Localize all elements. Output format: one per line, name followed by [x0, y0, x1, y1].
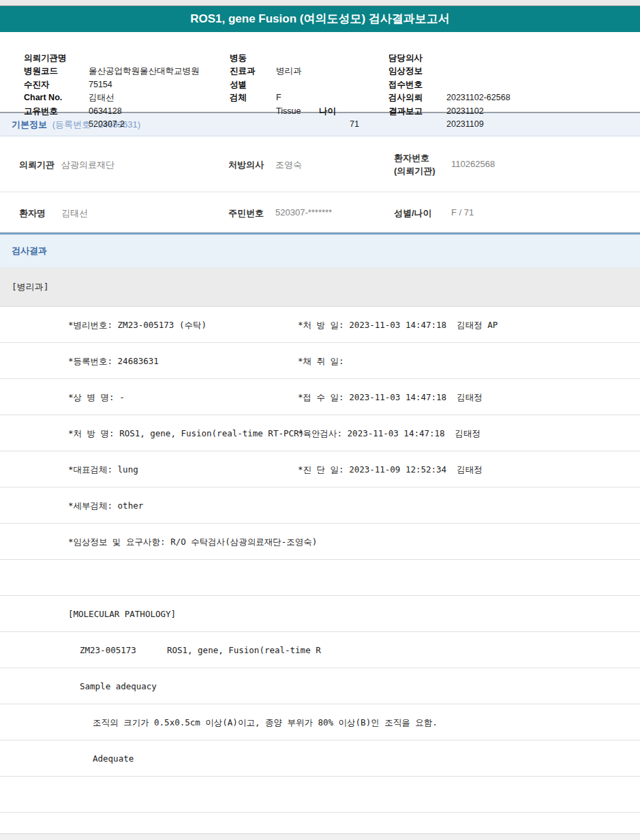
result-row: *세부검체: other — [0, 487, 640, 524]
result-field-left: 조직의 크기가 0.5x0.5cm 이상(A)이고, 종양 부위가 80% 이상… — [93, 704, 438, 740]
field-label: 결과보고 — [388, 105, 423, 119]
field-value: 0634128 — [89, 105, 122, 119]
result-field-left: *대표검체: lung — [68, 451, 138, 487]
field-value: F — [276, 91, 281, 105]
field-label: 처방의사 — [228, 159, 264, 171]
result-field-left: Adequate — [93, 740, 134, 777]
field-value: 김태선 — [61, 207, 88, 220]
header-field: 고유번호 520307-2 — [24, 91, 228, 105]
result-field-right: *채 취 일: — [298, 343, 344, 379]
field-label: 성별/나이 — [394, 207, 432, 220]
result-field-left: *등록번호: 24683631 — [68, 343, 159, 379]
header-field: 결과보고 20231109 — [388, 91, 634, 105]
field-label: 검체 — [230, 91, 247, 105]
result-row-empty — [0, 560, 640, 596]
report-header-info: 의뢰기관명 울산공업학원울산대학교병원 병원코드 75154 수진자 김태선 C… — [0, 32, 640, 112]
result-field-right: *진 단 일: 2023-11-09 12:52:34 김태정 — [298, 451, 483, 487]
field-value: 20231102 — [446, 105, 484, 119]
field-label: 환자번호 — [394, 152, 429, 164]
header-field: Chart No. 0634128 — [24, 78, 228, 92]
result-field-right: *육안검사: 2023-11-03 14:47:18 김태정 — [298, 415, 481, 451]
result-field-left: *병리번호: ZM23-005173 (수탁) — [68, 307, 207, 343]
field-label: 의뢰기관 — [19, 159, 55, 171]
field-value: 71 — [350, 118, 359, 132]
result-field-left: *상 병 명: - — [68, 379, 125, 415]
section-title: 검사결과 — [12, 245, 47, 256]
result-row: [MOLECULAR PATHOLOGY] — [0, 596, 640, 632]
header-field: 검체 Tissue — [230, 78, 386, 92]
department-label: [병리과] — [12, 282, 49, 292]
result-field-left: *세부검체: other — [68, 487, 143, 524]
field-value: F / 71 — [451, 207, 474, 217]
table-row: 의뢰기관 삼광의료재단 처방의사 조영숙 환자번호 (의뢰기관) 1102625… — [0, 136, 640, 192]
result-row: Adequate — [0, 740, 640, 777]
header-field: 병동 병리과 — [230, 38, 386, 52]
header-right-column: 담당의사 임상정보 접수번호 20231102-62568 검사의뢰 20231… — [388, 38, 634, 105]
header-field: 병원코드 75154 — [24, 52, 228, 65]
result-row: *임상정보 및 요구사항: R/O 수탁검사(삼광의료재단-조영숙) — [0, 524, 640, 560]
field-value: 20231109 — [446, 118, 484, 132]
field-value: 110262568 — [451, 159, 495, 169]
results-section-header: 검사결과 — [0, 232, 640, 267]
result-row: Sample adequacy — [0, 668, 640, 704]
header-field: 담당의사 — [388, 38, 634, 52]
page-title: ROS1, gene Fusion (여의도성모) 검사결과보고서 — [190, 12, 450, 25]
result-field-right: *접 수 일: 2023-11-03 14:47:18 김태정 — [298, 379, 483, 415]
field-value: 조영숙 — [275, 159, 302, 171]
field-value: 520307-2 — [89, 118, 125, 132]
header-field: 진료과 — [230, 52, 386, 65]
field-value: Tissue — [276, 105, 301, 119]
report-title-bar: ROS1, gene Fusion (여의도성모) 검사결과보고서 — [0, 6, 640, 32]
result-row: *병리번호: ZM23-005173 (수탁) *처 방 일: 2023-11-… — [0, 307, 640, 343]
field-label: 환자명 — [19, 207, 46, 220]
result-row: ZM23-005173 ROS1, gene, Fusion(real-time… — [0, 632, 640, 668]
field-value: 삼광의료재단 — [61, 159, 115, 171]
department-row: [병리과] — [0, 267, 640, 307]
header-field: 검사의뢰 20231102 — [388, 78, 634, 92]
result-field-right: *처 방 일: 2023-11-03 14:47:18 김태정 AP — [298, 307, 498, 343]
footer-gap — [0, 813, 640, 822]
table-row: 환자명 김태선 주민번호 520307-******* 성별/나이 F / 71 — [0, 192, 640, 232]
header-left-column: 의뢰기관명 울산공업학원울산대학교병원 병원코드 75154 수진자 김태선 C… — [24, 38, 228, 105]
result-field-left: *임상정보 및 요구사항: R/O 수탁검사(삼광의료재단-조영숙) — [68, 524, 317, 560]
field-label: 주민번호 — [228, 207, 264, 220]
header-field: 접수번호 20231102-62568 — [388, 65, 634, 78]
header-field: 임상정보 — [388, 52, 634, 65]
results-list: *병리번호: ZM23-005173 (수탁) *처 방 일: 2023-11-… — [0, 307, 640, 813]
result-row: *대표검체: lung *진 단 일: 2023-11-09 12:52:34 … — [0, 451, 640, 487]
field-label: 나이 — [319, 105, 336, 119]
header-field: 수진자 김태선 — [24, 65, 228, 78]
header-field: 성별 F 나이 71 — [230, 65, 386, 78]
result-row-empty — [0, 777, 640, 813]
footer-strip — [0, 833, 640, 840]
result-field-left: *처 방 명: ROS1, gene, Fusion(real-time RT-… — [68, 415, 304, 451]
result-row: *등록번호: 24683631 *채 취 일: — [0, 343, 640, 379]
patient-info-table: 의뢰기관 삼광의료재단 처방의사 조영숙 환자번호 (의뢰기관) 1102625… — [0, 136, 640, 232]
header-field: 의뢰기관명 울산공업학원울산대학교병원 — [24, 38, 228, 52]
browser-top-strip — [0, 0, 640, 6]
field-label: (의뢰기관) — [394, 165, 436, 177]
field-value: 520307-******* — [275, 207, 332, 217]
header-middle-column: 병동 병리과 진료과 성별 F 나이 71 검체 Tissue — [230, 38, 386, 91]
result-field-left: Sample adequacy — [80, 668, 157, 704]
result-field-left: [MOLECULAR PATHOLOGY] — [68, 596, 176, 632]
result-row: *처 방 명: ROS1, gene, Fusion(real-time RT-… — [0, 415, 640, 451]
field-label: 고유번호 — [24, 105, 58, 119]
result-row: *상 병 명: - *접 수 일: 2023-11-03 14:47:18 김태… — [0, 379, 640, 415]
result-field-left: ZM23-005173 ROS1, gene, Fusion(real-time… — [80, 632, 321, 668]
result-row: 조직의 크기가 0.5x0.5cm 이상(A)이고, 종양 부위가 80% 이상… — [0, 704, 640, 740]
